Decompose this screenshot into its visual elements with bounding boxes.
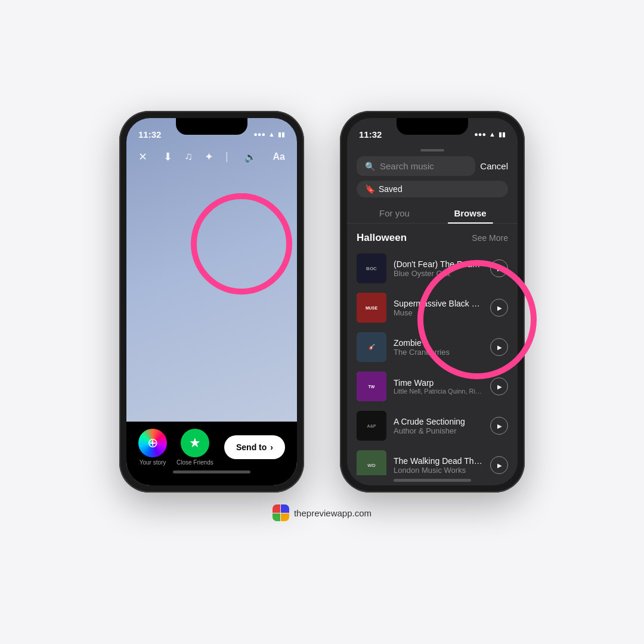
your-story-label: Your story [140, 459, 166, 466]
song-artist-5: London Music Works [394, 466, 483, 475]
play-button-2[interactable]: ▶ [490, 338, 508, 356]
tabs-row: For you Browse [347, 203, 518, 224]
album-art-5: WD [357, 450, 386, 475]
home-indicator-left [173, 470, 250, 473]
search-placeholder: Search music [380, 161, 434, 171]
wifi-icon: ▲ [268, 131, 275, 138]
wifi-icon-right: ▲ [489, 131, 496, 138]
signal-icon-right: ●●● [474, 131, 486, 138]
battery-icon: ▮▮ [278, 131, 285, 138]
right-phone: 11:32 ●●● ▲ ▮▮ 🔍 Search music Cancel [340, 111, 525, 493]
play-button-1[interactable]: ▶ [490, 299, 508, 317]
song-title-5: The Walking Dead Theme Tune [394, 456, 483, 466]
time-right: 11:32 [359, 129, 382, 140]
play-button-0[interactable]: ▶ [490, 259, 508, 277]
section-title: Halloween [357, 232, 407, 244]
song-item-1[interactable]: MUSE Supermassive Black Hole Muse ▶ [347, 288, 518, 327]
status-icons-right: ●●● ▲ ▮▮ [474, 131, 506, 138]
play-icon-3: ▶ [497, 383, 502, 390]
branding: thepreviewapp.com [273, 504, 371, 521]
song-item-4[interactable]: A&P A Crude Sectioning Author & Punisher… [347, 406, 518, 445]
search-icon: 🔍 [365, 162, 375, 171]
search-input-wrap[interactable]: 🔍 Search music [357, 156, 475, 176]
song-item-0[interactable]: BOC (Don't Fear) The Reaper Blue Oyster … [347, 249, 518, 288]
home-indicator-right [394, 479, 471, 482]
close-friends-circle: ★ [181, 429, 209, 457]
song-artist-2: The Cranberries [394, 348, 483, 357]
song-title-2: Zombie [394, 338, 483, 348]
story-canvas [126, 144, 297, 438]
song-title-0: (Don't Fear) The Reaper [394, 259, 483, 269]
battery-icon-right: ▮▮ [499, 131, 506, 138]
cancel-button[interactable]: Cancel [480, 161, 508, 171]
album-art-1: MUSE [357, 293, 386, 323]
drag-handle [420, 149, 444, 151]
tab-browse[interactable]: Browse [432, 203, 508, 223]
notch [176, 118, 247, 135]
saved-tab[interactable]: 🔖 Saved [357, 181, 508, 197]
status-icons-left: ●●● ▲ ▮▮ [253, 131, 285, 138]
send-to-button[interactable]: Send to › [224, 435, 285, 459]
song-title-1: Supermassive Black Hole [394, 299, 483, 308]
song-item-5[interactable]: WD The Walking Dead Theme Tune London Mu… [347, 445, 518, 475]
song-artist-1: Muse [394, 308, 483, 317]
send-to-label: Send to [236, 442, 267, 452]
time-left: 11:32 [138, 129, 161, 140]
play-icon-4: ▶ [497, 423, 502, 429]
play-button-3[interactable]: ▶ [490, 377, 508, 395]
album-art-3: TW [357, 371, 386, 401]
search-bar: 🔍 Search music Cancel [347, 156, 518, 176]
play-icon-1: ▶ [497, 305, 502, 311]
play-icon-5: ▶ [497, 462, 502, 469]
tab-for-you[interactable]: For you [357, 203, 432, 223]
song-list: BOC (Don't Fear) The Reaper Blue Oyster … [347, 249, 518, 475]
song-info-5: The Walking Dead Theme Tune London Music… [394, 456, 483, 475]
song-artist-0: Blue Oyster Cult [394, 269, 483, 278]
left-phone: 11:32 ●●● ▲ ▮▮ ✕ ⬇ ♫ ✦ | 🔈 Aa [119, 111, 304, 493]
your-story-circle: ⊕ [138, 429, 167, 457]
song-info-3: Time Warp Little Nell, Patricia Quinn, R… [394, 378, 483, 395]
music-panel: 11:32 ●●● ▲ ▮▮ 🔍 Search music Cancel [347, 118, 518, 485]
song-info-0: (Don't Fear) The Reaper Blue Oyster Cult [394, 259, 483, 278]
close-friends-icon: ★ [189, 435, 201, 451]
play-icon-2: ▶ [497, 344, 502, 351]
bottom-bar: ⊕ Your story ★ Close Friends Send to › [126, 422, 297, 485]
close-friends-btn[interactable]: ★ Close Friends [177, 429, 213, 466]
brand-url: thepreviewapp.com [294, 508, 371, 518]
saved-label: Saved [379, 184, 402, 194]
album-art-2: 🎸 [357, 332, 386, 362]
play-button-5[interactable]: ▶ [490, 456, 508, 474]
song-item-3[interactable]: TW Time Warp Little Nell, Patricia Quinn… [347, 367, 518, 406]
song-title-4: A Crude Sectioning [394, 417, 483, 426]
close-friends-label: Close Friends [177, 459, 213, 466]
signal-icon: ●●● [253, 131, 265, 138]
song-info-1: Supermassive Black Hole Muse [394, 299, 483, 317]
your-story-btn[interactable]: ⊕ Your story [138, 429, 167, 466]
your-story-icon: ⊕ [147, 435, 158, 451]
notch-right [397, 118, 468, 135]
section-header: Halloween See More [347, 232, 518, 244]
album-art-0: BOC [357, 253, 386, 283]
play-button-4[interactable]: ▶ [490, 417, 508, 435]
song-item-2[interactable]: 🎸 Zombie The Cranberries ▶ [347, 327, 518, 367]
album-art-4: A&P [357, 411, 386, 441]
song-artist-3: Little Nell, Patricia Quinn, Richard O'B… [394, 388, 483, 395]
song-info-4: A Crude Sectioning Author & Punisher [394, 417, 483, 435]
send-to-arrow: › [270, 442, 273, 452]
song-title-3: Time Warp [394, 378, 483, 388]
song-info-2: Zombie The Cranberries [394, 338, 483, 357]
see-more-button[interactable]: See More [472, 233, 508, 243]
song-artist-4: Author & Punisher [394, 426, 483, 435]
bookmark-icon: 🔖 [365, 184, 375, 194]
play-icon-0: ▶ [497, 265, 502, 272]
